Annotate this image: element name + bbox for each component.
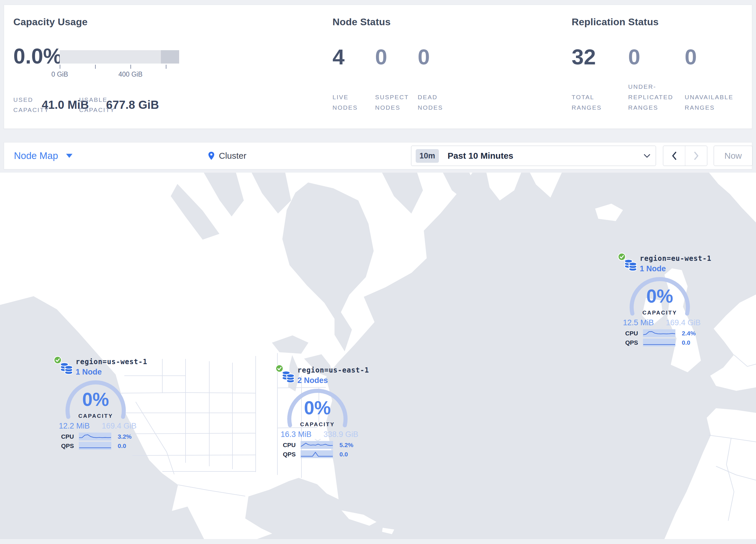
metric-value: 0: [628, 46, 685, 68]
locality-marker-us-east-1[interactable]: region=us-east-1 2 Nodes 0% CAPACITY 16.…: [275, 365, 415, 463]
metric-label: DEAD NODES: [418, 92, 457, 113]
sparkline-chart: [301, 450, 333, 458]
replication-status-title: Replication Status: [572, 16, 659, 28]
total-capacity-value: 169.4 GiB: [102, 422, 137, 431]
qps-value: 0.0: [118, 443, 126, 449]
capacity-label: CAPACITY: [628, 310, 692, 316]
capacity-usage-bar: [60, 50, 179, 64]
capacity-label: CAPACITY: [286, 421, 349, 428]
capacity-percent: 0%: [64, 390, 128, 409]
qps-label: QPS: [623, 339, 638, 346]
usable-capacity-value: 677.8 GiB: [106, 98, 159, 111]
total-capacity-value: 338.9 GiB: [324, 430, 358, 439]
capacity-label: CAPACITY: [64, 413, 128, 419]
cpu-value: 3.2%: [118, 433, 132, 440]
map-toolbar: Node Map Cluster 10m Past 10 Minutes Now: [4, 142, 752, 169]
qps-value: 0.0: [682, 339, 690, 346]
metric-column: 4LIVE NODES: [332, 46, 375, 113]
node-count-label: 1 Node: [76, 368, 102, 377]
used-capacity-value: 12.2 MiB: [59, 422, 90, 431]
metric-value: 32: [572, 46, 628, 68]
node-status-title: Node Status: [332, 16, 391, 28]
metric-column: 32TOTAL RANGES: [572, 46, 628, 113]
axis-tick: [60, 65, 60, 69]
capacity-usage-percent: 0.0%: [13, 46, 62, 67]
qps-label: QPS: [59, 443, 74, 449]
locality-marker-eu-west-1[interactable]: region=eu-west-1 1 Node 0% CAPACITY 12.5…: [618, 253, 756, 351]
chevron-right-icon: [694, 152, 699, 160]
node-status-metrics: 4LIVE NODES0SUSPECT NODES0DEAD NODES: [332, 46, 460, 113]
metric-label: SUSPECT NODES: [375, 92, 415, 113]
cpu-label: CPU: [281, 442, 296, 449]
metric-label: TOTAL RANGES: [572, 92, 625, 113]
breadcrumb-label: Cluster: [219, 151, 246, 161]
capacity-usage-title: Capacity Usage: [13, 16, 88, 28]
capacity-bar-dark-segment: [161, 50, 179, 64]
sparkline-chart: [79, 442, 111, 450]
metric-value: 0: [685, 46, 741, 68]
cpu-label: CPU: [59, 433, 74, 440]
metric-column: 0DEAD NODES: [418, 46, 460, 113]
replication-status-metrics: 32TOTAL RANGES0UNDER-REPLICATED RANGES0U…: [572, 46, 741, 113]
node-map: region=us-west-1 1 Node 0% CAPACITY 12.2…: [0, 173, 756, 539]
used-capacity-value: 16.3 MiB: [281, 430, 312, 439]
total-capacity-value: 169.4 GiB: [666, 318, 701, 327]
axis-tick: [166, 65, 166, 69]
node-count-label: 1 Node: [640, 264, 666, 273]
metric-label: UNAVAILABLE RANGES: [685, 92, 738, 113]
map-pin-icon: [208, 151, 215, 160]
time-forward-button[interactable]: [685, 146, 707, 166]
now-button[interactable]: Now: [714, 146, 753, 166]
metric-label: UNDER-REPLICATED RANGES: [628, 81, 682, 113]
sparkline-chart: [79, 433, 111, 440]
view-selector-label: Node Map: [14, 150, 58, 161]
qps-label: QPS: [281, 451, 296, 458]
axis-tick: [130, 65, 131, 69]
metric-value: 0: [375, 46, 418, 68]
metric-label: LIVE NODES: [332, 92, 372, 113]
capacity-bar-axis: 0 GiB400 GiB: [60, 65, 179, 82]
now-button-label: Now: [724, 151, 742, 161]
time-back-button[interactable]: [663, 146, 685, 166]
axis-tick-label: 400 GiB: [118, 70, 142, 78]
chevron-down-icon: [644, 153, 650, 158]
axis-tick-label: 0 GiB: [51, 70, 68, 78]
capacity-percent: 0%: [286, 399, 349, 417]
metric-value: 0: [418, 46, 460, 68]
locality-marker-us-west-1[interactable]: region=us-west-1 1 Node 0% CAPACITY 12.2…: [54, 356, 193, 455]
metric-column: 0UNAVAILABLE RANGES: [685, 46, 741, 113]
time-range-value: Past 10 Minutes: [448, 151, 513, 161]
sparkline-chart: [643, 329, 675, 337]
view-selector-dropdown[interactable]: Node Map: [14, 142, 72, 169]
region-label: region=us-west-1: [76, 358, 147, 366]
metric-value: 4: [332, 46, 375, 68]
capacity-percent: 0%: [628, 287, 692, 306]
sparkline-chart: [301, 441, 333, 449]
breadcrumb[interactable]: Cluster: [208, 142, 246, 169]
database-stack-icon: [59, 361, 74, 376]
time-range-badge: 10m: [416, 149, 439, 163]
node-count-label: 2 Nodes: [297, 376, 328, 385]
cluster-summary-card: Capacity Usage 0.0% 0 GiB400 GiB USED CA…: [4, 5, 752, 129]
cpu-value: 5.2%: [339, 442, 353, 449]
qps-value: 0.0: [339, 451, 348, 458]
region-label: region=us-east-1: [297, 366, 369, 374]
database-stack-icon: [624, 258, 638, 273]
axis-tick: [95, 65, 96, 69]
time-range-select[interactable]: 10m Past 10 Minutes: [411, 146, 656, 166]
cpu-value: 2.4%: [682, 330, 696, 337]
time-pager: [663, 146, 707, 166]
metric-column: 0SUSPECT NODES: [375, 46, 418, 113]
cpu-label: CPU: [623, 330, 638, 337]
chevron-down-icon: [66, 154, 72, 158]
region-label: region=eu-west-1: [640, 254, 711, 262]
sparkline-chart: [643, 339, 675, 347]
database-stack-icon: [281, 370, 296, 384]
chevron-left-icon: [672, 152, 677, 160]
metric-column: 0UNDER-REPLICATED RANGES: [628, 46, 685, 113]
used-capacity-value: 12.5 MiB: [623, 318, 654, 327]
